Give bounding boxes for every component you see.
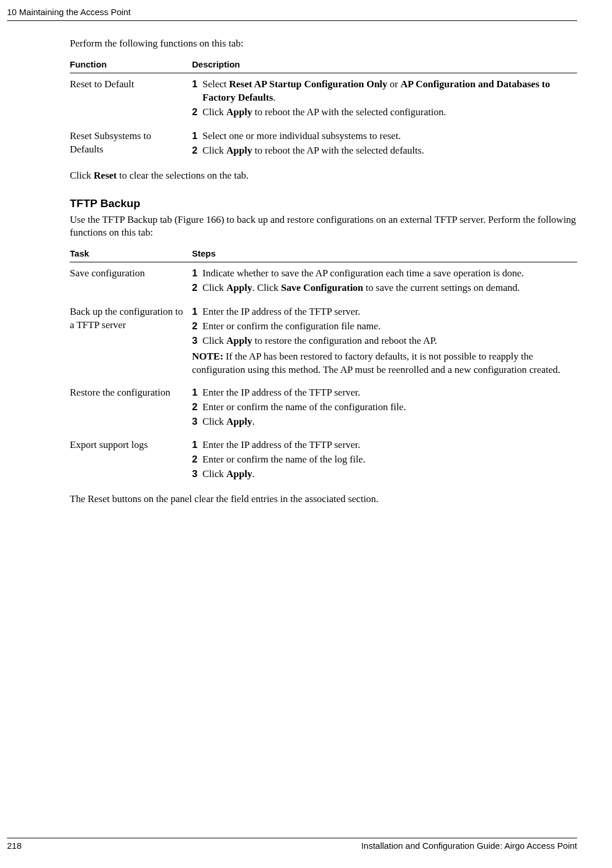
step-number: 2 <box>192 106 202 119</box>
step-text: Click Apply to restore the configuration… <box>202 335 571 348</box>
table2-row1-task: Back up the configuration to a TFTP serv… <box>70 301 192 382</box>
step-text: Enter the IP address of the TFTP server. <box>202 439 571 452</box>
table1-row1-description: 1 Select one or more individual subsyste… <box>192 125 577 163</box>
page-footer: 218 Installation and Configuration Guide… <box>7 838 577 851</box>
step-text-mid: or <box>387 79 401 90</box>
table-row: Back up the configuration to a TFTP serv… <box>70 301 577 382</box>
step-text: Select Reset AP Startup Configuration On… <box>202 78 571 105</box>
step-text-mid: . <box>252 416 255 427</box>
step-text-bold2: Save Configuration <box>281 282 363 293</box>
step-number: 2 <box>192 453 202 467</box>
step-number: 3 <box>192 415 202 429</box>
step-text-pre: Click <box>202 335 226 346</box>
table2-header-task: Task <box>70 245 192 262</box>
step-number: 2 <box>192 320 202 333</box>
step-number: 2 <box>192 401 202 414</box>
step-text-post: to save the current settings on demand. <box>363 282 520 293</box>
step-text: Enter or confirm the configuration file … <box>202 320 571 333</box>
functions-table: Function Description Reset to Default 1 … <box>70 56 577 163</box>
step-text-bold: Apply <box>226 468 252 479</box>
step-text-bold: Apply <box>226 335 252 346</box>
step-text-mid: to reboot the AP with the selected confi… <box>252 106 446 118</box>
step-text-mid: . Click <box>252 282 282 293</box>
after-table1-pre: Click <box>70 170 94 181</box>
table-row: Reset Subsystems to Defaults 1 Select on… <box>70 125 577 163</box>
step-number: 1 <box>192 267 202 280</box>
step-text: Click Apply to reboot the AP with the se… <box>202 106 571 119</box>
step-text-mid: to reboot the AP with the selected defau… <box>252 145 424 156</box>
note-text: If the AP has been restored to factory d… <box>192 351 560 375</box>
step-text-pre: Click <box>202 106 226 118</box>
table1-header-function: Function <box>70 56 192 73</box>
table1-row1-function: Reset Subsystems to Defaults <box>70 125 192 163</box>
step-text: Indicate whether to save the AP configur… <box>202 267 571 280</box>
step-text-pre: Click <box>202 416 226 427</box>
table2-row2-steps: 1 Enter the IP address of the TFTP serve… <box>192 382 577 435</box>
step-text-pre: Click <box>202 282 226 293</box>
table2-row3-task: Export support logs <box>70 434 192 487</box>
step-text: Select one or more individual subsystems… <box>202 130 571 143</box>
step-text: Enter or confirm the name of the configu… <box>202 401 571 414</box>
table1-row0-function: Reset to Default <box>70 73 192 125</box>
step-number: 3 <box>192 335 202 348</box>
step-text: Enter or confirm the name of the log fil… <box>202 453 571 467</box>
step-number: 1 <box>192 305 202 319</box>
step-text-bold: Apply <box>226 282 252 293</box>
table-row: Export support logs 1 Enter the IP addre… <box>70 434 577 487</box>
table2-row2-task: Restore the configuration <box>70 382 192 435</box>
doc-title: Installation and Configuration Guide: Ai… <box>361 841 577 851</box>
page-header: 10 Maintaining the Access Point <box>7 7 577 21</box>
main-content: Perform the following functions on this … <box>70 37 577 506</box>
step-text-bold: Apply <box>226 416 252 427</box>
after-table2-paragraph: The Reset buttons on the panel clear the… <box>70 493 577 506</box>
table2-row3-steps: 1 Enter the IP address of the TFTP serve… <box>192 434 577 487</box>
step-text: Click Apply. <box>202 468 571 481</box>
chapter-title: 10 Maintaining the Access Point <box>7 7 131 17</box>
tftp-backup-heading: TFTP Backup <box>70 197 577 210</box>
table-row: Restore the configuration 1 Enter the IP… <box>70 382 577 435</box>
table-row: Save configuration 1 Indicate whether to… <box>70 262 577 301</box>
step-text-pre: Click <box>202 145 226 156</box>
tasks-table: Task Steps Save configuration 1 Indicate… <box>70 245 577 487</box>
table-row: Reset to Default 1 Select Reset AP Start… <box>70 73 577 125</box>
table2-row0-task: Save configuration <box>70 262 192 301</box>
step-text: Click Apply. Click Save Configuration to… <box>202 282 571 295</box>
after-table1-bold: Reset <box>94 170 117 181</box>
step-text: Enter the IP address of the TFTP server. <box>202 386 571 400</box>
table2-row0-steps: 1 Indicate whether to save the AP config… <box>192 262 577 301</box>
step-text-mid: . <box>252 468 255 479</box>
step-number: 2 <box>192 144 202 158</box>
note-block: NOTE: If the AP has been restored to fac… <box>192 350 571 377</box>
step-text-post: . <box>273 92 275 103</box>
intro-paragraph-1: Perform the following functions on this … <box>70 37 577 50</box>
step-text-bold: Reset AP Startup Configuration Only <box>229 79 387 90</box>
step-text: Click Apply. <box>202 415 571 429</box>
step-number: 1 <box>192 439 202 452</box>
step-text: Enter the IP address of the TFTP server. <box>202 305 571 319</box>
table2-header-steps: Steps <box>192 245 577 262</box>
step-text: Click Apply to reboot the AP with the se… <box>202 144 571 158</box>
step-number: 3 <box>192 468 202 481</box>
step-text-pre: Click <box>202 468 226 479</box>
intro-paragraph-2: Use the TFTP Backup tab (Figure 166) to … <box>70 214 577 239</box>
table1-header-description: Description <box>192 56 577 73</box>
step-number: 1 <box>192 386 202 400</box>
step-number: 2 <box>192 282 202 295</box>
note-label: NOTE: <box>192 351 223 362</box>
table2-row1-steps: 1 Enter the IP address of the TFTP serve… <box>192 301 577 382</box>
step-number: 1 <box>192 78 202 105</box>
step-text-bold: Apply <box>226 106 252 118</box>
step-text-bold: Apply <box>226 145 252 156</box>
page-number: 218 <box>7 841 22 851</box>
step-text-pre: Select <box>202 79 229 90</box>
step-text-mid: to restore the configuration and reboot … <box>252 335 437 346</box>
table1-row0-description: 1 Select Reset AP Startup Configuration … <box>192 73 577 125</box>
step-number: 1 <box>192 130 202 143</box>
after-table1-paragraph: Click Reset to clear the selections on t… <box>70 169 577 182</box>
after-table1-post: to clear the selections on the tab. <box>117 170 249 181</box>
